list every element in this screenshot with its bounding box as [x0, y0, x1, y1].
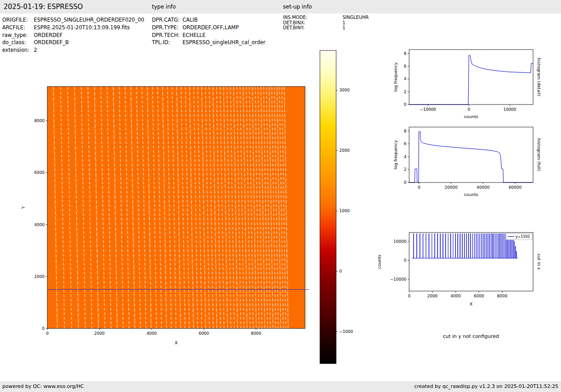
svg-text:60000: 60000 [509, 185, 522, 190]
svg-text:X: X [470, 301, 473, 306]
metadata-row-dprtech: DPR.TECH:ECHELLE [152, 32, 281, 39]
type-info-block: DPR.CATG:CALIB DPR.TYPE:ORDERDEF,OFF,LAM… [152, 16, 281, 46]
meta-value: ESPRESSO_SINGLEUHR_ORDERDEF020_00 [34, 17, 144, 23]
meta-label: DET.BINX: [283, 20, 342, 26]
meta-value: 1 [342, 20, 345, 25]
svg-text:0: 0 [46, 331, 49, 336]
svg-text:8: 8 [404, 51, 406, 56]
cut-x-curve [412, 233, 518, 258]
metadata-row-detbinx: DET.BINX:1 [283, 20, 369, 26]
metadata-row-extension: extension:2 [2, 46, 144, 54]
svg-text:6: 6 [404, 141, 406, 146]
svg-text:10000: 10000 [503, 107, 516, 112]
raw-frame-plot: 0200040006000800002000400060008000XY [18, 68, 315, 356]
svg-text:2000: 2000 [339, 148, 350, 153]
meta-value: ORDERDEF_B [34, 39, 69, 46]
metadata-row-dprcatg: DPR.CATG:CALIB [152, 16, 281, 24]
svg-text:0: 0 [404, 102, 406, 107]
svg-text:4000: 4000 [146, 331, 157, 336]
meta-value: ORDERDEF [34, 32, 63, 38]
svg-text:0: 0 [339, 269, 342, 273]
svg-text:log frequency: log frequency [393, 140, 398, 170]
type-info-heading: type info [152, 0, 176, 14]
colorbar: 3000200010000−1000 [315, 47, 367, 369]
meta-label: DPR.TYPE: [152, 24, 182, 32]
svg-text:−1000: −1000 [339, 329, 353, 334]
svg-text:2000: 2000 [34, 274, 45, 279]
svg-text:20000: 20000 [445, 185, 458, 190]
svg-text:−10000: −10000 [420, 107, 436, 112]
svg-text:4: 4 [404, 155, 406, 159]
svg-text:6: 6 [404, 64, 406, 68]
cut-x-legend: y=1500 [506, 233, 532, 240]
svg-text:6000: 6000 [34, 170, 45, 175]
svg-text:0: 0 [468, 107, 470, 112]
histogram_full-curve [409, 132, 533, 182]
svg-text:2000: 2000 [427, 294, 438, 298]
svg-text:10000: 10000 [393, 239, 406, 244]
meta-label: INS.MODE: [283, 15, 342, 20]
svg-text:0: 0 [404, 180, 406, 185]
svg-text:y=1500: y=1500 [515, 235, 530, 239]
svg-text:4000: 4000 [451, 294, 461, 298]
svg-text:cut in x: cut in x [537, 254, 542, 270]
meta-label: do_class: [2, 39, 34, 46]
svg-text:2: 2 [404, 167, 406, 172]
svg-text:4000: 4000 [34, 223, 45, 227]
svg-text:8000: 8000 [497, 294, 507, 298]
svg-text:3000: 3000 [339, 88, 350, 92]
svg-text:0: 0 [42, 326, 45, 331]
meta-label: ARCFILE: [2, 24, 34, 32]
meta-label: DET.BINY: [283, 25, 342, 31]
metadata-row-arcfile: ARCFILE:ESPRE.2025-01-20T10:13:09.199.fi… [2, 24, 144, 32]
meta-value: ORDERDEF,OFF,LAMP [182, 24, 239, 31]
histogram_detail-curve [409, 55, 533, 105]
svg-text:−10000: −10000 [390, 277, 406, 282]
cut-in-x-plot: 02000400060008000100000−10000Xcountscut … [374, 225, 543, 313]
svg-text:counts: counts [464, 114, 479, 119]
meta-value: 2 [34, 47, 37, 53]
histogram-full-plot: 020000400006000002468countslog frequency… [388, 120, 543, 204]
metadata-row-tplid: TPL.ID:ESPRESSO_singleUHR_cal_order [152, 39, 281, 46]
svg-text:8000: 8000 [251, 331, 261, 336]
page-title: 2025-01-19: ESPRESSO [4, 0, 83, 14]
footer-powered-by: powered by QC: www.eso.org/HC [2, 381, 84, 392]
svg-text:40000: 40000 [477, 185, 490, 190]
metadata-row-detbiny: DET.BINY:1 [283, 25, 369, 31]
meta-label: DPR.TECH: [152, 32, 182, 39]
footer-bar: powered by QC: www.eso.org/HC created by… [0, 381, 561, 392]
metadata-row-rawtype: raw_type:ORDERDEF [2, 32, 144, 39]
meta-value: ESPRE.2025-01-20T10:13:09.199.fits [34, 24, 130, 31]
cut-in-y-note: cut in y not configured [403, 333, 538, 339]
metadata-row-origfile: ORIGFILE:ESPRESSO_SINGLEUHR_ORDERDEF020_… [2, 16, 144, 24]
meta-label: DPR.CATG: [152, 16, 182, 24]
svg-text:6000: 6000 [474, 294, 484, 298]
svg-text:counts: counts [377, 255, 382, 269]
svg-text:Y: Y [21, 206, 26, 209]
metadata-row-doclass: do_class:ORDERDEF_B [2, 39, 144, 46]
svg-text:6000: 6000 [199, 331, 209, 336]
meta-value: CALIB [182, 17, 198, 23]
svg-text:0: 0 [418, 185, 420, 190]
svg-text:log frequency: log frequency [393, 62, 398, 92]
header-bar: 2025-01-19: ESPRESSO type info set-up in… [0, 0, 561, 14]
svg-text:histogram (detail): histogram (detail) [537, 58, 542, 96]
raw-frame-image [47, 87, 305, 328]
meta-value: SINGLEUHR [342, 15, 369, 20]
svg-text:X: X [175, 340, 178, 345]
svg-text:counts: counts [464, 192, 479, 197]
svg-text:8000: 8000 [34, 119, 45, 123]
footer-created-by: created by qc_rawdisp.py v1.2.3 on 2025-… [414, 381, 558, 392]
svg-text:0: 0 [408, 294, 410, 298]
setup-info-heading: set-up info [283, 0, 312, 14]
svg-text:2: 2 [404, 90, 406, 94]
metadata-row-dprtype: DPR.TYPE:ORDERDEF,OFF,LAMP [152, 24, 281, 32]
meta-label: ORIGFILE: [2, 16, 34, 24]
svg-text:histogram (full): histogram (full) [537, 138, 542, 171]
meta-label: extension: [2, 46, 34, 54]
meta-value: ECHELLE [182, 32, 205, 38]
colorbar-gradient [320, 50, 336, 364]
meta-value: 1 [342, 25, 345, 30]
svg-text:2000: 2000 [94, 331, 105, 336]
setup-info-block: INS.MODE:SINGLEUHR DET.BINX:1 DET.BINY:1 [283, 15, 369, 31]
